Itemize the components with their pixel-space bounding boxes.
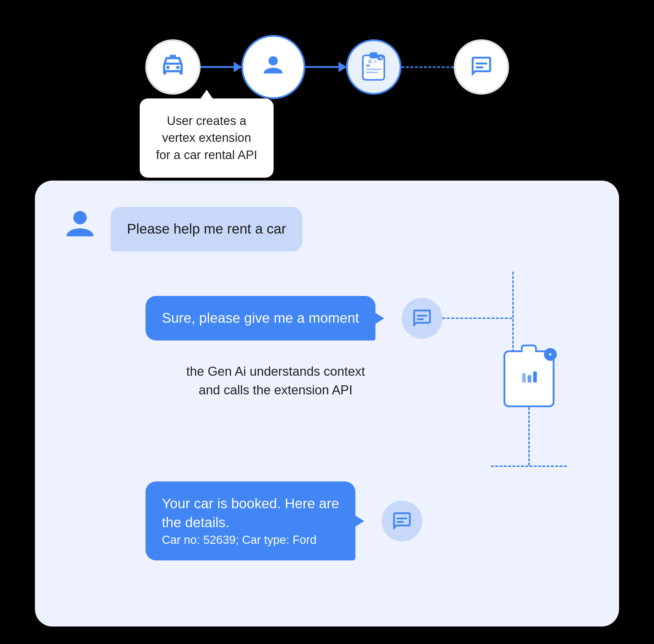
svg-rect-9 [366,68,381,70]
taxi-node [145,39,200,95]
svg-rect-19 [527,375,531,383]
clipboard-icon-2 [517,365,541,393]
chat-circle-1 [402,298,442,339]
top-diagram: ✦ [35,18,619,181]
ai-message-1-text: Sure, please give me a moment [162,310,359,326]
chat-circle-2 [382,501,422,542]
svg-rect-13 [476,63,487,65]
svg-point-3 [269,56,278,65]
h-dash-1 [442,318,512,319]
ai-detail-line3: Car no: 52639; Car type: Ford [162,532,339,548]
svg-rect-22 [397,521,404,523]
ai-bubble-1: Sure, please give me a moment [146,296,376,341]
user-message-row: Please help me rent a car [64,207,590,251]
context-line2: and calls the extension API [186,381,365,399]
svg-rect-16 [417,315,427,317]
svg-rect-2 [169,55,176,57]
taxi-icon [160,51,186,83]
ai-detail-line1: Your car is booked. Here are [162,494,339,513]
clipboard-side: ✦ [491,350,567,467]
chat-person-icon [64,209,96,249]
person-node [241,35,305,99]
ai-bubble-2: Your car is booked. Here are the details… [146,481,355,561]
user-bubble: Please help me rent a car [111,207,302,251]
svg-rect-20 [533,371,537,383]
chat-panel: Please help me rent a car Sure, please g… [35,181,619,626]
context-row: the Gen Ai understands context and calls… [64,350,590,467]
context-line1: the Gen Ai understands context [186,362,365,381]
ai-detail-line2: the details. [162,513,339,532]
context-text: the Gen Ai understands context and calls… [186,362,365,399]
user-message-text: Please help me rent a car [127,221,286,236]
v-dash-2 [528,407,530,465]
svg-point-12 [374,60,377,63]
chat-icon [470,55,493,79]
flow-row: ✦ [145,35,509,99]
tooltip-box: User creates a vertex extension for a ca… [140,98,273,178]
svg-rect-5 [370,52,378,58]
svg-point-1 [176,66,179,69]
svg-rect-8 [366,64,370,66]
dashed-connector [402,66,454,68]
arrow-connector [200,66,241,68]
clipboard-node: ✦ [346,39,402,95]
svg-point-15 [73,211,87,225]
svg-rect-21 [397,518,407,519]
tooltip-line2: vertex extension [162,131,251,144]
svg-rect-17 [417,318,424,320]
ai-message-2-row: Your car is booked. Here are the details… [64,481,590,561]
person-icon [259,53,287,82]
svg-rect-18 [522,373,526,383]
chat-node [454,39,509,95]
tooltip-line1: User creates a [167,114,246,128]
svg-rect-14 [476,66,483,68]
svg-point-0 [166,66,169,69]
clipboard-node-2: ✦ [504,350,554,407]
clipboard-icon: ✦ [360,51,387,83]
svg-rect-10 [366,72,378,73]
svg-text:✦: ✦ [379,55,383,60]
arrow-connector-2 [305,66,346,68]
svg-point-11 [368,60,372,64]
h-dash-2 [491,465,567,467]
tooltip-line3: for a car rental API [156,148,257,162]
